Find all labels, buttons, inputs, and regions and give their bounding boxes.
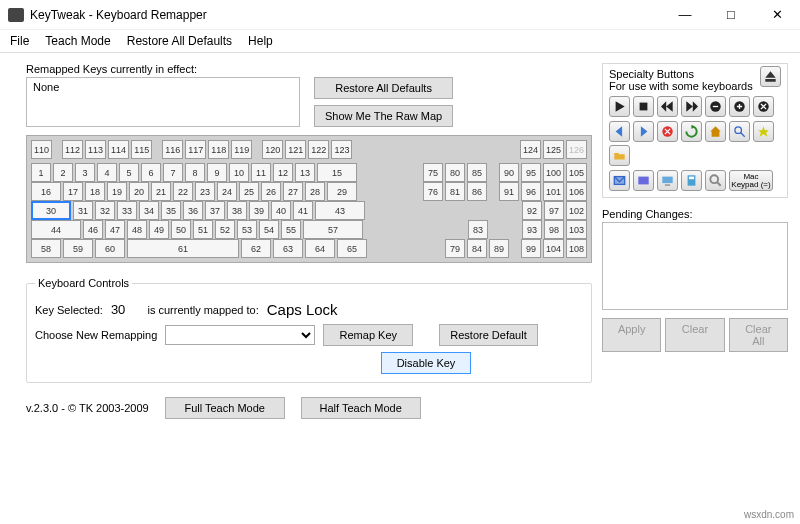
key-100[interactable]: 100 xyxy=(543,163,564,182)
key-28[interactable]: 28 xyxy=(305,182,325,201)
stop-icon[interactable] xyxy=(633,96,654,117)
key-8[interactable]: 8 xyxy=(185,163,205,182)
key-90[interactable]: 90 xyxy=(499,163,519,182)
key-1[interactable]: 1 xyxy=(31,163,51,182)
menu-help[interactable]: Help xyxy=(248,34,273,48)
key-106[interactable]: 106 xyxy=(566,182,587,201)
key-13[interactable]: 13 xyxy=(295,163,315,182)
my-computer-icon[interactable] xyxy=(657,170,678,191)
menu-restore-defaults[interactable]: Restore All Defaults xyxy=(127,34,232,48)
key-58[interactable]: 58 xyxy=(31,239,61,258)
volume-up-icon[interactable] xyxy=(729,96,750,117)
key-122[interactable]: 122 xyxy=(308,140,329,159)
key-44[interactable]: 44 xyxy=(31,220,81,239)
key-91[interactable]: 91 xyxy=(499,182,519,201)
key-79[interactable]: 79 xyxy=(445,239,465,258)
volume-down-icon[interactable] xyxy=(705,96,726,117)
key-26[interactable]: 26 xyxy=(261,182,281,201)
clear-button[interactable]: Clear xyxy=(665,318,724,352)
key-113[interactable]: 113 xyxy=(85,140,106,159)
key-55[interactable]: 55 xyxy=(281,220,301,239)
key-2[interactable]: 2 xyxy=(53,163,73,182)
key-61[interactable]: 61 xyxy=(127,239,239,258)
key-108[interactable]: 108 xyxy=(566,239,587,258)
key-119[interactable]: 119 xyxy=(231,140,252,159)
key-30[interactable]: 30 xyxy=(31,201,71,220)
key-23[interactable]: 23 xyxy=(195,182,215,201)
key-76[interactable]: 76 xyxy=(423,182,443,201)
close-button[interactable]: ✕ xyxy=(754,0,800,29)
key-37[interactable]: 37 xyxy=(205,201,225,220)
apply-button[interactable]: Apply xyxy=(602,318,661,352)
key-115[interactable]: 115 xyxy=(131,140,152,159)
key-114[interactable]: 114 xyxy=(108,140,129,159)
key-57[interactable]: 57 xyxy=(303,220,363,239)
prev-track-icon[interactable] xyxy=(657,96,678,117)
key-117[interactable]: 117 xyxy=(185,140,206,159)
key-93[interactable]: 93 xyxy=(522,220,542,239)
key-24[interactable]: 24 xyxy=(217,182,237,201)
key-6[interactable]: 6 xyxy=(141,163,161,182)
key-125[interactable]: 125 xyxy=(543,140,564,159)
key-52[interactable]: 52 xyxy=(215,220,235,239)
maximize-button[interactable]: □ xyxy=(708,0,754,29)
remap-key-button[interactable]: Remap Key xyxy=(323,324,413,346)
key-60[interactable]: 60 xyxy=(95,239,125,258)
key-20[interactable]: 20 xyxy=(129,182,149,201)
mail-icon[interactable] xyxy=(609,170,630,191)
key-29[interactable]: 29 xyxy=(327,182,357,201)
show-raw-map-button[interactable]: Show Me The Raw Map xyxy=(314,105,453,127)
key-15[interactable]: 15 xyxy=(317,163,357,182)
key-46[interactable]: 46 xyxy=(83,220,103,239)
home-icon[interactable] xyxy=(705,121,726,142)
key-54[interactable]: 54 xyxy=(259,220,279,239)
key-118[interactable]: 118 xyxy=(208,140,229,159)
search-icon[interactable] xyxy=(729,121,750,142)
eject-icon[interactable] xyxy=(760,66,781,87)
key-31[interactable]: 31 xyxy=(73,201,93,220)
key-51[interactable]: 51 xyxy=(193,220,213,239)
next-track-icon[interactable] xyxy=(681,96,702,117)
key-36[interactable]: 36 xyxy=(183,201,203,220)
key-41[interactable]: 41 xyxy=(293,201,313,220)
key-53[interactable]: 53 xyxy=(237,220,257,239)
favorites-icon[interactable] xyxy=(753,121,774,142)
key-43[interactable]: 43 xyxy=(315,201,365,220)
play-icon[interactable] xyxy=(609,96,630,117)
key-97[interactable]: 97 xyxy=(544,201,564,220)
key-34[interactable]: 34 xyxy=(139,201,159,220)
key-12[interactable]: 12 xyxy=(273,163,293,182)
key-27[interactable]: 27 xyxy=(283,182,303,201)
key-10[interactable]: 10 xyxy=(229,163,249,182)
key-7[interactable]: 7 xyxy=(163,163,183,182)
refresh-icon[interactable] xyxy=(681,121,702,142)
key-49[interactable]: 49 xyxy=(149,220,169,239)
key-85[interactable]: 85 xyxy=(467,163,487,182)
key-120[interactable]: 120 xyxy=(262,140,283,159)
minimize-button[interactable]: — xyxy=(662,0,708,29)
full-teach-mode-button[interactable]: Full Teach Mode xyxy=(165,397,285,419)
key-59[interactable]: 59 xyxy=(63,239,93,258)
folder-icon[interactable] xyxy=(609,145,630,166)
key-123[interactable]: 123 xyxy=(331,140,352,159)
remapping-select[interactable] xyxy=(165,325,315,345)
key-21[interactable]: 21 xyxy=(151,182,171,201)
remapped-list[interactable]: None xyxy=(26,77,300,127)
key-4[interactable]: 4 xyxy=(97,163,117,182)
menu-teach-mode[interactable]: Teach Mode xyxy=(45,34,110,48)
key-40[interactable]: 40 xyxy=(271,201,291,220)
key-5[interactable]: 5 xyxy=(119,163,139,182)
media-icon[interactable] xyxy=(633,170,654,191)
back-icon[interactable] xyxy=(609,121,630,142)
key-105[interactable]: 105 xyxy=(566,163,587,182)
key-17[interactable]: 17 xyxy=(63,182,83,201)
key-48[interactable]: 48 xyxy=(127,220,147,239)
menu-file[interactable]: File xyxy=(10,34,29,48)
key-11[interactable]: 11 xyxy=(251,163,271,182)
key-33[interactable]: 33 xyxy=(117,201,137,220)
key-50[interactable]: 50 xyxy=(171,220,191,239)
key-112[interactable]: 112 xyxy=(62,140,83,159)
key-25[interactable]: 25 xyxy=(239,182,259,201)
key-16[interactable]: 16 xyxy=(31,182,61,201)
key-99[interactable]: 99 xyxy=(521,239,541,258)
